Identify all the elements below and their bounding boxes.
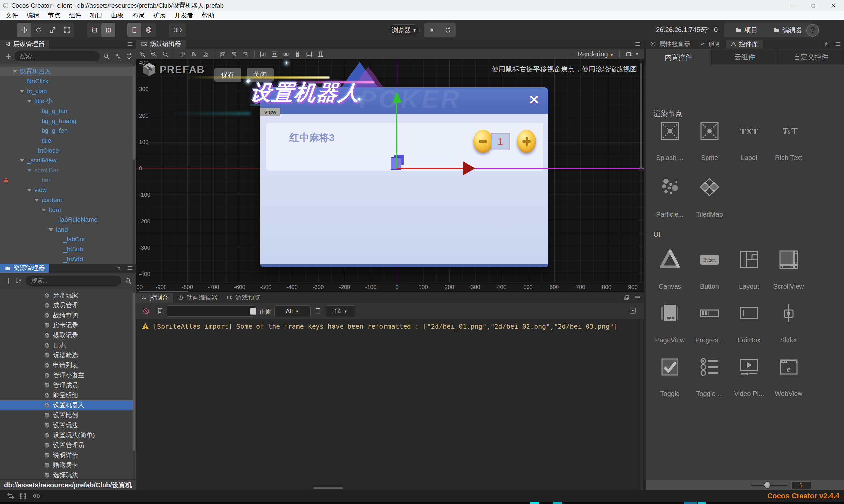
dist-gap-h-icon[interactable] — [280, 51, 292, 58]
tree-node-Item[interactable]: Item — [0, 205, 133, 215]
zoom-out-icon[interactable] — [148, 51, 159, 58]
float-panel-icon[interactable] — [824, 41, 830, 47]
console-warning-row[interactable]: [SpriteAtlas import] Some of the frame k… — [141, 322, 618, 331]
open-editor-button[interactable]: 编辑器 — [762, 23, 813, 37]
expander-icon[interactable] — [27, 189, 32, 192]
scene-canvas[interactable]: PREFAB 保存 关闭 使用鼠标右键平移视窗焦点，使用滚轮缩放视图 POKER — [137, 59, 643, 283]
gizmo-x-arrow[interactable] — [463, 161, 476, 175]
stretch-h-icon[interactable] — [315, 51, 326, 58]
dist-h-icon[interactable] — [257, 51, 269, 58]
add-node-button[interactable] — [5, 53, 12, 60]
toggle-3d-button[interactable]: 3D — [169, 23, 186, 37]
tab-widget-library[interactable]: 控件库 — [726, 39, 762, 49]
maximize-button[interactable] — [803, 0, 824, 11]
asset-item-日志[interactable]: 日志 — [0, 341, 133, 350]
library-item-WebView[interactable]: eWebView — [769, 356, 808, 406]
panel-menu-icon[interactable] — [634, 41, 641, 48]
library-item-Particle[interactable]: Particle... — [650, 177, 690, 227]
count-minus-button[interactable] — [473, 130, 493, 153]
align-top-icon[interactable] — [177, 51, 188, 58]
library-item-VideoPl[interactable]: Video Pl... — [729, 356, 769, 406]
tree-node-bg_g_lan[interactable]: bg_g_lan — [0, 106, 133, 116]
rect-tool-button[interactable] — [60, 23, 74, 37]
menu-开发者[interactable]: 开发者 — [170, 11, 197, 20]
scale-tool-button[interactable] — [46, 23, 60, 37]
tab-hierarchy[interactable]: 层级管理器 — [0, 39, 49, 49]
align-bottom-icon[interactable] — [200, 51, 211, 58]
anchor-center-button[interactable] — [101, 23, 115, 37]
dist-v-icon[interactable] — [269, 51, 280, 58]
log-level-dropdown[interactable]: All▼ — [274, 305, 311, 317]
help-button[interactable]: ? — [806, 24, 819, 37]
gizmo-y-arrow[interactable] — [392, 92, 401, 103]
menu-文件[interactable]: 文件 — [1, 11, 22, 20]
tab-assets[interactable]: 资源管理器 — [0, 264, 49, 273]
tree-node-NoClick[interactable]: NoClick — [0, 76, 133, 86]
zoom-slider-handle[interactable] — [763, 481, 771, 488]
log-file-icon[interactable] — [156, 307, 164, 315]
tree-node-_btClose[interactable]: _btClose — [0, 146, 133, 156]
zoom-fit-icon[interactable] — [159, 51, 171, 58]
expander-icon[interactable] — [41, 209, 46, 212]
tab-scene[interactable]: 场景编辑器 — [137, 39, 186, 49]
asset-item-设置玩法(简单)[interactable]: 设置玩法(简单) — [0, 430, 133, 440]
asset-item-房卡记录[interactable]: 房卡记录 — [0, 321, 133, 330]
subtab-云组件[interactable]: 云组件 — [712, 49, 778, 65]
preview-target-dropdown[interactable]: 浏览器▼ — [389, 24, 420, 36]
align-right-icon[interactable] — [240, 51, 252, 58]
library-item-Sprite[interactable]: Sprite — [690, 121, 729, 170]
locate-icon[interactable] — [115, 53, 122, 60]
asset-item-玩法筛选[interactable]: 玩法筛选 — [0, 350, 133, 360]
tree-node-_btSub[interactable]: _btSub — [0, 245, 133, 254]
close-button[interactable] — [824, 0, 844, 11]
collapse-logs-icon[interactable] — [629, 307, 636, 314]
panel-menu-icon[interactable] — [835, 41, 841, 48]
expander-icon[interactable] — [13, 70, 17, 73]
hierarchy-scrollbar[interactable] — [133, 64, 135, 264]
panel-menu-icon[interactable] — [634, 294, 641, 301]
tree-node-_labCnt[interactable]: _labCnt — [0, 235, 133, 245]
tree-node-content[interactable]: content — [0, 195, 133, 205]
tree-node-设置机器人[interactable]: 设置机器人 — [0, 67, 133, 76]
add-asset-button[interactable] — [5, 277, 12, 285]
assets-scrollbar[interactable] — [133, 289, 135, 479]
panel-menu-icon[interactable] — [126, 41, 133, 48]
menu-节点[interactable]: 节点 — [44, 11, 65, 20]
dist-gap-v-icon[interactable] — [292, 51, 303, 58]
menu-组件[interactable]: 组件 — [65, 11, 86, 20]
tab-services[interactable]: 服务 — [695, 39, 726, 49]
library-item-ScrollView[interactable]: ScrollView — [769, 249, 808, 299]
tab-inspector[interactable]: 属性检查器 — [645, 39, 695, 49]
align-middle-h-icon[interactable] — [188, 51, 200, 58]
asset-item-能量明细[interactable]: 能量明细 — [0, 390, 133, 400]
font-size-dropdown[interactable]: 14▼ — [326, 305, 356, 317]
prefab-save-button[interactable]: 保存 — [214, 68, 241, 82]
expander-icon[interactable] — [49, 228, 53, 231]
tree-node-bar[interactable]: bar — [0, 175, 133, 185]
menu-布局[interactable]: 布局 — [128, 11, 149, 20]
menu-帮助[interactable]: 帮助 — [197, 11, 219, 20]
assets-search-input[interactable] — [26, 276, 121, 286]
tree-node-bg_g_fen[interactable]: bg_g_fen — [0, 126, 133, 136]
align-center-v-icon[interactable] — [228, 51, 240, 58]
console-filter-input[interactable] — [167, 305, 254, 317]
tree-node-_labRuleName[interactable]: _labRuleName — [0, 215, 133, 224]
zoom-in-icon[interactable] — [137, 51, 148, 58]
library-item-PageView[interactable]: PageView — [650, 303, 690, 352]
dialog-close-icon[interactable] — [528, 93, 540, 106]
tree-node-title[interactable]: title — [0, 136, 133, 146]
tab-控制台[interactable]: 控制台 — [137, 292, 173, 303]
tree-node-_btAdd[interactable]: _btAdd — [0, 254, 133, 264]
move-tool-button[interactable] — [17, 23, 31, 37]
library-item-Label[interactable]: TXTLabel — [729, 121, 769, 170]
search-icon[interactable] — [125, 277, 132, 285]
align-left-icon[interactable] — [217, 51, 228, 58]
asset-item-申请列表[interactable]: 申请列表 — [0, 360, 133, 370]
sort-icon[interactable] — [15, 277, 22, 285]
asset-item-提取记录[interactable]: 提取记录 — [0, 330, 133, 340]
rendering-dropdown[interactable]: Rendering ▼ — [577, 50, 614, 58]
scene-vscrollbar[interactable] — [640, 59, 642, 283]
asset-item-异常玩家[interactable]: 异常玩家 — [0, 290, 133, 301]
asset-item-设置机器人[interactable]: 设置机器人 — [0, 400, 133, 410]
library-item-Toggle[interactable]: Toggle — [650, 356, 690, 406]
